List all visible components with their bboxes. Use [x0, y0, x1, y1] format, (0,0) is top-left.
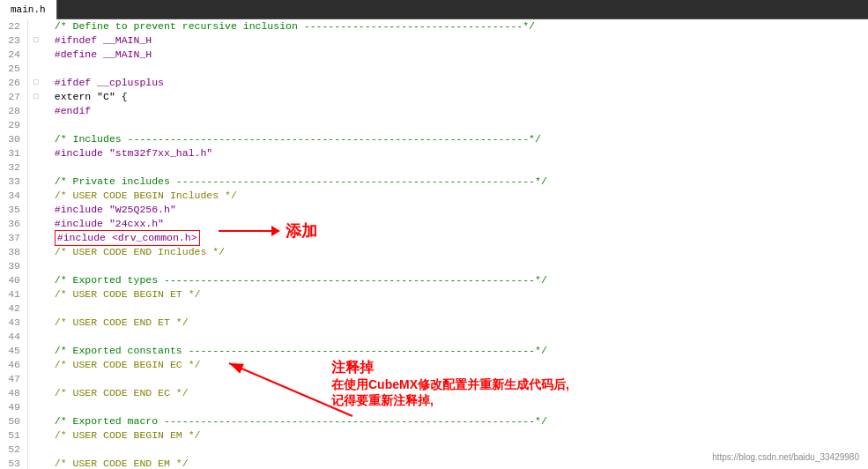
line-number: 30	[7, 132, 20, 146]
line-number: 24	[7, 48, 20, 62]
line-number: 43	[7, 316, 20, 330]
line-number: 42	[7, 302, 20, 316]
code-line: #endif	[33, 104, 868, 118]
code-content: /* Includes ----------------------------…	[42, 132, 541, 146]
editor-container: main.h 222324252627282930313233343536373…	[0, 0, 868, 469]
code-line: #include "stm32f7xx_hal.h"	[33, 146, 868, 160]
highlight-include: #include <drv_common.h>	[55, 230, 200, 246]
code-content: /* Exported types ----------------------…	[42, 273, 547, 287]
code-content: extern "C" {	[42, 90, 128, 104]
code-content: #define __MAIN_H	[42, 48, 152, 62]
code-line: /* USER CODE BEGIN EM */	[33, 428, 868, 443]
code-content: #include "24cxx.h"	[42, 217, 164, 231]
code-content: /* USER CODE END EM */	[42, 457, 189, 469]
code-line: /* Exported types ----------------------…	[33, 273, 868, 287]
code-content: #include "stm32f7xx_hal.h"	[42, 146, 212, 160]
fold-icon[interactable]: □	[33, 34, 42, 48]
code-line	[33, 330, 868, 344]
line-number: 26	[7, 76, 20, 90]
line-number: 47	[7, 372, 20, 386]
code-line	[33, 400, 868, 414]
line-number: 27	[7, 90, 20, 104]
code-line: /* USER CODE BEGIN EC */	[33, 358, 868, 372]
code-content: /* USER CODE END ET */	[42, 316, 189, 330]
code-line: /* Exported macro ----------------------…	[33, 414, 868, 428]
code-content: #ifdef __cplusplus	[42, 76, 164, 90]
code-line: □ #ifndef __MAIN_H	[33, 34, 868, 48]
code-line	[33, 118, 868, 132]
tab-label: main.h	[11, 4, 46, 15]
line-number: 22	[7, 19, 20, 34]
line-number: 35	[7, 203, 20, 217]
line-number: 51	[7, 428, 20, 443]
code-line	[33, 160, 868, 175]
code-content: /* USER CODE END EC */	[42, 386, 189, 400]
line-number: 25	[7, 62, 20, 76]
code-content: /* USER CODE BEGIN Includes */	[42, 189, 237, 203]
code-line: /* USER CODE END EC */	[33, 386, 868, 400]
line-number: 50	[7, 414, 20, 428]
code-line: /* Private includes --------------------…	[33, 175, 868, 189]
line-number: 32	[7, 160, 20, 175]
line-number: 28	[7, 104, 20, 118]
watermark: https://blog.csdn.net/baidu_33429980	[712, 452, 859, 462]
fold-icon[interactable]: □	[33, 76, 42, 90]
code-content: /* Define to prevent recursive inclusion…	[42, 19, 535, 34]
code-line	[33, 62, 868, 76]
line-number: 31	[7, 146, 20, 160]
code-line: #define __MAIN_H	[33, 48, 868, 62]
line-numbers: 2223242526272829303132333435363738394041…	[0, 19, 28, 469]
line-number: 52	[7, 443, 20, 457]
code-line	[33, 259, 868, 273]
code-content: /* Private includes --------------------…	[42, 175, 547, 189]
line-number: 36	[7, 217, 20, 231]
code-line	[33, 302, 868, 316]
fold-icon[interactable]: □	[33, 90, 42, 104]
code-lines: /* Define to prevent recursive inclusion…	[28, 19, 868, 469]
code-content: /* USER CODE BEGIN EC */	[42, 358, 200, 372]
code-content: #include <drv_common.h>	[42, 230, 200, 246]
code-line: /* Exported constants ------------------…	[33, 344, 868, 358]
code-line: /* USER CODE BEGIN Includes */	[33, 189, 868, 203]
code-content: /* USER CODE BEGIN EM */	[42, 428, 200, 443]
code-line: #include "24cxx.h"	[33, 217, 868, 231]
code-line	[33, 372, 868, 386]
line-number: 44	[7, 330, 20, 344]
line-number: 37	[7, 231, 20, 245]
line-number: 46	[7, 358, 20, 372]
code-line: #include <drv_common.h>	[33, 231, 868, 245]
code-line: □ extern "C" {	[33, 90, 868, 104]
code-content: /* Exported constants ------------------…	[42, 344, 547, 358]
tab-bar: main.h	[0, 0, 868, 19]
code-line: /* USER CODE END Includes */	[33, 245, 868, 259]
code-content: /* USER CODE END Includes */	[42, 245, 225, 259]
code-line: /* Includes ----------------------------…	[33, 132, 868, 146]
code-line: /* USER CODE END ET */	[33, 316, 868, 330]
line-number: 39	[7, 259, 20, 273]
line-number: 29	[7, 118, 20, 132]
line-number: 34	[7, 189, 20, 203]
code-content: #include "W25Q256.h"	[42, 203, 176, 217]
tab-main-h[interactable]: main.h	[0, 0, 57, 19]
code-content: /* USER CODE BEGIN ET */	[42, 287, 200, 302]
line-number: 53	[7, 457, 20, 469]
line-number: 38	[7, 245, 20, 259]
line-number: 40	[7, 273, 20, 287]
line-number: 41	[7, 287, 20, 302]
code-line: /* Define to prevent recursive inclusion…	[33, 19, 868, 34]
code-area: 2223242526272829303132333435363738394041…	[0, 19, 868, 469]
code-content: /* Exported macro ----------------------…	[42, 414, 547, 428]
code-line: □ #ifdef __cplusplus	[33, 76, 868, 90]
code-content: #ifndef __MAIN_H	[42, 34, 152, 48]
line-number: 23	[7, 34, 20, 48]
code-content: #endif	[42, 104, 91, 118]
line-number: 49	[7, 400, 20, 414]
line-number: 33	[7, 175, 20, 189]
code-line: #include "W25Q256.h"	[33, 203, 868, 217]
line-number: 48	[7, 386, 20, 400]
code-line: /* USER CODE BEGIN ET */	[33, 287, 868, 302]
line-number: 45	[7, 344, 20, 358]
